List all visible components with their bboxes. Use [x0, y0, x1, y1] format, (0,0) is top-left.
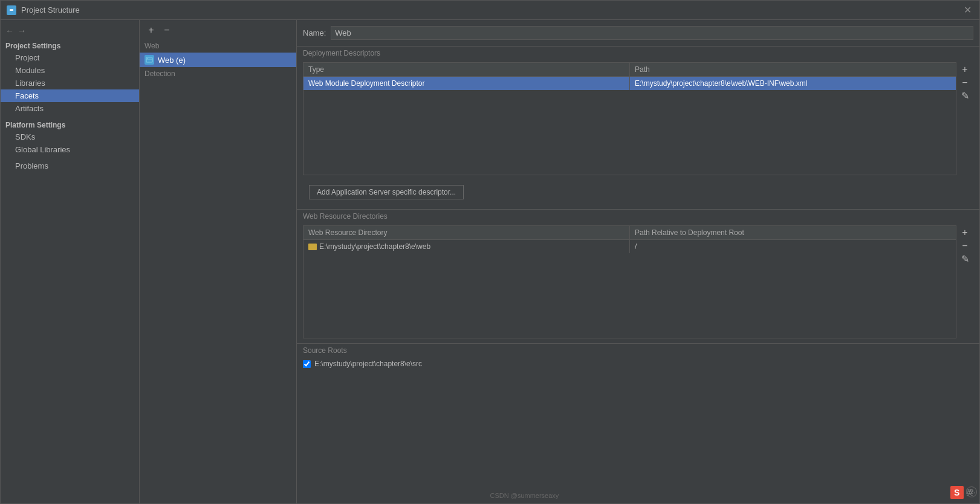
web-resource-row[interactable]: E:\mystudy\project\chapter8\e\web / [303, 240, 956, 253]
nav-back-forward: ← → [1, 24, 139, 39]
source-roots-header: Source Roots [297, 343, 979, 357]
project-structure-dialog: Project Structure ✕ ← → Project Settings… [0, 0, 980, 504]
web-resource-dir-cell: E:\mystudy\project\chapter8\e\web [303, 240, 630, 253]
edit-web-resource-button[interactable]: ✎ [959, 253, 971, 265]
facet-web-item[interactable]: Web (e) [140, 53, 296, 67]
table-empty-area [303, 90, 956, 175]
source-root-row: E:\mystudy\project\chapter8\e\src [297, 357, 979, 370]
wr-side-buttons: + − ✎ [956, 225, 973, 267]
name-input[interactable] [331, 26, 973, 40]
svg-rect-1 [10, 9, 13, 10]
facet-web-label: Web (e) [158, 56, 186, 65]
dd-side-buttons: + − ✎ [956, 62, 973, 103]
app-icon [7, 5, 16, 15]
middle-section-label: Web [140, 40, 296, 53]
sidebar-item-facets[interactable]: Facets [1, 89, 139, 102]
title-bar: Project Structure ✕ [1, 1, 979, 20]
left-panel: ← → Project Settings Project Modules Lib… [1, 20, 140, 503]
right-panel: Name: Deployment Descriptors Type Path W… [297, 20, 979, 503]
middle-panel: + − Web Web (e) Detection [140, 20, 297, 503]
web-resource-dir-header: Web Resource Directory [303, 226, 630, 239]
web-resource-header: Web Resource Directories [297, 209, 979, 223]
detection-label: Detection [140, 67, 296, 80]
path-cell: E:\mystudy\project\chapter8\e\web\WEB-IN… [630, 77, 956, 90]
sidebar-item-artifacts[interactable]: Artifacts [1, 102, 139, 115]
deployment-descriptors-header: Deployment Descriptors [297, 46, 979, 60]
svg-rect-2 [10, 10, 13, 11]
table-row[interactable]: Web Module Deployment Descriptor E:\myst… [303, 77, 956, 90]
name-label: Name: [303, 28, 326, 37]
add-app-server-descriptor-button[interactable]: Add Application Server specific descript… [309, 185, 464, 199]
type-cell: Web Module Deployment Descriptor [303, 77, 630, 90]
csdn-watermark: CSDN @summerseaxy [490, 492, 559, 499]
source-root-checkbox[interactable] [303, 360, 311, 368]
watermark-s-icon: S [950, 486, 964, 499]
close-button[interactable]: ✕ [961, 4, 973, 16]
add-descriptor-button[interactable]: + [959, 63, 971, 76]
sidebar-item-sdks[interactable]: SDKs [1, 131, 139, 143]
sidebar-item-modules[interactable]: Modules [1, 64, 139, 77]
watermark-text: 英· [966, 488, 975, 498]
source-root-path: E:\mystudy\project\chapter8\e\src [314, 360, 422, 368]
name-row: Name: [297, 26, 979, 46]
remove-web-resource-button[interactable]: − [959, 240, 971, 252]
window-title: Project Structure [21, 5, 80, 15]
web-resource-empty-area [303, 253, 956, 338]
web-resource-table-header: Web Resource Directory Path Relative to … [303, 226, 956, 240]
table-header: Type Path [303, 63, 956, 77]
remove-facet-button[interactable]: − [160, 24, 174, 37]
web-resource-table: Web Resource Directory Path Relative to … [303, 225, 956, 338]
svg-point-5 [147, 58, 148, 59]
main-content: ← → Project Settings Project Modules Lib… [1, 20, 979, 503]
deployment-descriptors-table: Type Path Web Module Deployment Descript… [303, 62, 956, 175]
middle-toolbar: + − [140, 20, 296, 40]
web-resource-path-header: Path Relative to Deployment Root [630, 226, 956, 239]
type-column-header: Type [303, 63, 630, 76]
edit-descriptor-button[interactable]: ✎ [959, 90, 971, 102]
title-bar-left: Project Structure [7, 5, 80, 15]
folder-icon [308, 244, 317, 250]
sidebar-item-libraries[interactable]: Libraries [1, 77, 139, 89]
watermark: S 英· [950, 486, 975, 499]
platform-settings-label: Platform Settings [1, 118, 139, 131]
remove-descriptor-button[interactable]: − [959, 77, 971, 89]
web-facet-icon [144, 55, 154, 65]
sidebar-item-problems[interactable]: Problems [1, 160, 139, 172]
sidebar-item-project[interactable]: Project [1, 51, 139, 64]
path-column-header: Path [630, 63, 956, 76]
add-facet-button[interactable]: + [144, 24, 158, 37]
project-settings-label: Project Settings [1, 39, 139, 51]
web-resource-rel-path-cell: / [630, 240, 956, 253]
back-button[interactable]: ← [5, 26, 14, 36]
sidebar-item-global-libraries[interactable]: Global Libraries [1, 143, 139, 156]
add-web-resource-button[interactable]: + [959, 227, 971, 239]
forward-button[interactable]: → [18, 26, 26, 36]
